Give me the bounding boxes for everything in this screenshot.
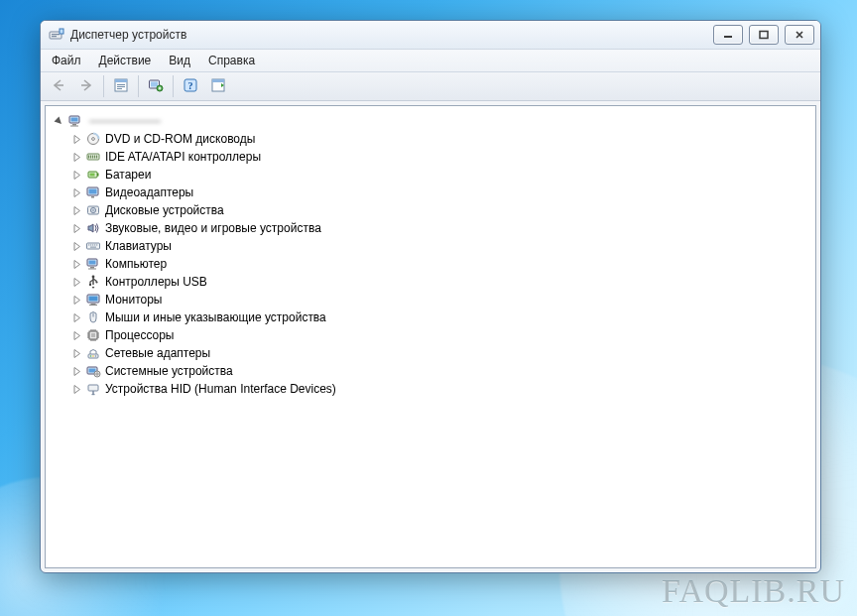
tree-category[interactable]: Системные устройства bbox=[50, 362, 811, 380]
maximize-button[interactable] bbox=[749, 25, 779, 45]
help-button[interactable]: ? bbox=[178, 73, 203, 99]
app-icon bbox=[49, 27, 64, 43]
device-manager-window: Диспетчер устройств Файл Действие Вид Сп… bbox=[40, 20, 821, 573]
tree-category-label: DVD и CD-ROM дисководы bbox=[105, 130, 255, 148]
svg-rect-4 bbox=[724, 36, 732, 38]
disc-icon bbox=[85, 131, 101, 147]
expander-closed-icon[interactable] bbox=[71, 384, 82, 395]
tree-category[interactable]: Звуковые, видео и игровые устройства bbox=[50, 219, 811, 237]
device-tree-panel[interactable]: ——————DVD и CD-ROM дисководыIDE ATA/ATAP… bbox=[45, 105, 816, 568]
svg-rect-8 bbox=[117, 84, 125, 85]
tree-category[interactable]: IDE ATA/ATAPI контроллеры bbox=[50, 148, 811, 166]
tree-category[interactable]: Мыши и иные указывающие устройства bbox=[50, 308, 811, 326]
show-hidden-icon bbox=[210, 77, 226, 96]
toolbar-separator bbox=[173, 75, 174, 97]
computer-icon bbox=[85, 256, 101, 272]
tree-category-label: Звуковые, видео и игровые устройства bbox=[105, 219, 321, 237]
expander-closed-icon[interactable] bbox=[71, 152, 82, 163]
expander-closed-icon[interactable] bbox=[71, 259, 82, 270]
toolbar-separator bbox=[138, 75, 139, 97]
mouse-icon bbox=[85, 309, 101, 325]
tree-category-label: Дисковые устройства bbox=[105, 201, 224, 219]
minimize-button[interactable] bbox=[713, 25, 743, 45]
keyboard-icon bbox=[85, 238, 101, 254]
monitor-icon bbox=[85, 292, 101, 308]
tree-category-label: Устройства HID (Human Interface Devices) bbox=[105, 380, 336, 398]
tree-category-label: Процессоры bbox=[105, 326, 175, 344]
tree-category-label: Клавиатуры bbox=[105, 237, 172, 255]
tree-category[interactable]: Контроллеры USB bbox=[50, 273, 811, 291]
menubar: Файл Действие Вид Справка bbox=[41, 50, 820, 72]
hdd-icon bbox=[85, 202, 101, 218]
battery-icon bbox=[85, 167, 101, 183]
tree-category-label: Сетевые адаптеры bbox=[105, 344, 210, 362]
tree-category-label: Контроллеры USB bbox=[105, 273, 207, 291]
expander-closed-icon[interactable] bbox=[71, 330, 82, 341]
svg-rect-3 bbox=[60, 29, 63, 34]
svg-rect-1 bbox=[52, 34, 60, 35]
expander-closed-icon[interactable] bbox=[71, 134, 82, 145]
tree-category[interactable]: Мониторы bbox=[50, 291, 811, 308]
svg-rect-2 bbox=[52, 36, 57, 37]
menu-action[interactable]: Действие bbox=[90, 50, 161, 71]
ide-icon bbox=[85, 149, 101, 165]
tree-category[interactable]: DVD и CD-ROM дисководы bbox=[50, 130, 811, 148]
scan-hardware-icon bbox=[148, 77, 164, 96]
tree-category[interactable]: Батареи bbox=[50, 166, 811, 184]
show-hidden-button[interactable] bbox=[205, 73, 231, 99]
tree-root-node[interactable]: —————— bbox=[50, 112, 811, 130]
window-buttons bbox=[713, 25, 814, 45]
arrow-right-icon bbox=[78, 77, 94, 96]
tree-category-label: Системные устройства bbox=[105, 362, 233, 380]
cpu-icon bbox=[85, 327, 101, 343]
tree-category-label: Мыши и иные указывающие устройства bbox=[105, 308, 326, 326]
system-icon bbox=[85, 363, 101, 379]
svg-rect-17 bbox=[212, 79, 224, 82]
tree-category[interactable]: Клавиатуры bbox=[50, 237, 811, 255]
svg-rect-12 bbox=[151, 81, 158, 86]
toolbar: ? bbox=[41, 72, 820, 101]
network-icon bbox=[85, 345, 101, 361]
svg-rect-5 bbox=[760, 32, 768, 39]
computer-name: —————— bbox=[87, 112, 161, 130]
properties-button[interactable] bbox=[108, 73, 134, 99]
display-icon bbox=[85, 185, 101, 200]
expander-closed-icon[interactable] bbox=[71, 312, 82, 323]
audio-icon bbox=[85, 220, 101, 236]
back-button bbox=[46, 73, 71, 99]
close-button[interactable] bbox=[785, 25, 814, 45]
scan-hardware-button[interactable] bbox=[143, 73, 169, 99]
svg-rect-10 bbox=[117, 88, 122, 89]
tree-category[interactable]: Видеоадаптеры bbox=[50, 184, 811, 201]
menu-view[interactable]: Вид bbox=[160, 50, 199, 71]
properties-icon bbox=[113, 77, 129, 96]
expander-closed-icon[interactable] bbox=[71, 366, 82, 377]
expander-closed-icon[interactable] bbox=[71, 170, 82, 181]
expander-open-icon[interactable] bbox=[54, 116, 64, 127]
expander-closed-icon[interactable] bbox=[71, 187, 82, 198]
tree-category[interactable]: Устройства HID (Human Interface Devices) bbox=[50, 380, 811, 398]
tree-category-label: Мониторы bbox=[105, 291, 162, 308]
expander-closed-icon[interactable] bbox=[71, 223, 82, 234]
forward-button bbox=[73, 73, 99, 99]
expander-closed-icon[interactable] bbox=[71, 295, 82, 306]
tree-category[interactable]: Процессоры bbox=[50, 326, 811, 344]
svg-rect-7 bbox=[115, 79, 127, 82]
menu-help[interactable]: Справка bbox=[199, 50, 264, 71]
tree-category-label: Видеоадаптеры bbox=[105, 184, 193, 201]
tree-category-label: Компьютер bbox=[105, 255, 167, 273]
titlebar[interactable]: Диспетчер устройств bbox=[41, 21, 820, 50]
expander-closed-icon[interactable] bbox=[71, 205, 82, 216]
tree-category[interactable]: Дисковые устройства bbox=[50, 201, 811, 219]
tree-category[interactable]: Компьютер bbox=[50, 255, 811, 273]
tree-category-label: IDE ATA/ATAPI контроллеры bbox=[105, 148, 261, 166]
toolbar-separator bbox=[103, 75, 104, 97]
expander-closed-icon[interactable] bbox=[71, 241, 82, 252]
expander-closed-icon[interactable] bbox=[71, 277, 82, 288]
computer-icon bbox=[67, 113, 83, 129]
tree-category[interactable]: Сетевые адаптеры bbox=[50, 344, 811, 362]
svg-text:?: ? bbox=[188, 80, 193, 91]
expander-closed-icon[interactable] bbox=[71, 348, 82, 359]
help-icon: ? bbox=[183, 77, 198, 96]
menu-file[interactable]: Файл bbox=[43, 50, 90, 71]
